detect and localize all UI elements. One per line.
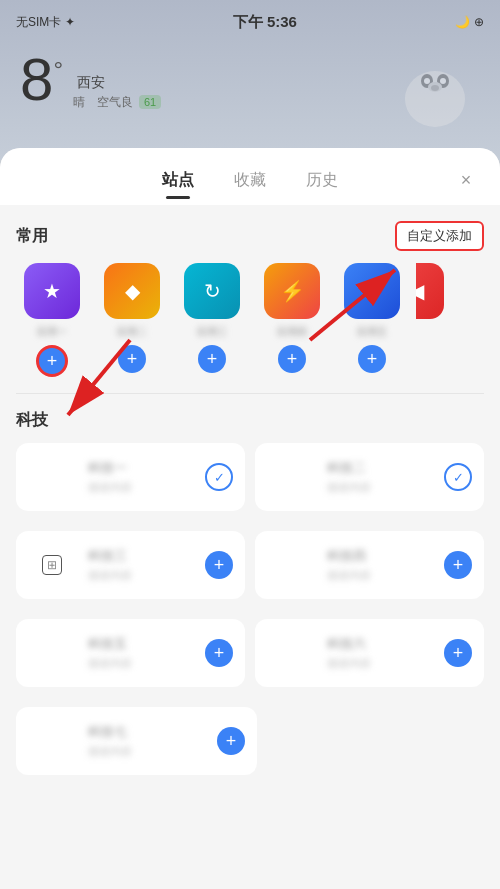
battery-icon: ⊕ bbox=[474, 15, 484, 29]
status-right: 🌙 ⊕ bbox=[455, 15, 484, 29]
tech-title-4: 科技四 bbox=[327, 547, 432, 565]
tech-title-5: 科技五 bbox=[88, 635, 193, 653]
add-button-3[interactable]: + bbox=[198, 345, 226, 373]
tech-sub-6: 描述内容 bbox=[327, 656, 432, 671]
tech-sub-7: 描述内容 bbox=[88, 744, 205, 759]
tech-item-3: ⊞ 科技三 描述内容 + bbox=[16, 531, 245, 599]
tech-item-6: Y 科技六 描述内容 + bbox=[255, 619, 484, 687]
app-item-2: ◆ 应用二 + bbox=[96, 263, 168, 377]
tech-action-6: + bbox=[444, 639, 472, 667]
tech-text-7: 科技七 描述内容 bbox=[88, 723, 205, 759]
check-button-2[interactable]: ✓ bbox=[444, 463, 472, 491]
tech-action-1: ✓ bbox=[205, 463, 233, 491]
tech-icon-3: ⊞ bbox=[28, 541, 76, 589]
app-item-1: ★ 应用一 + bbox=[16, 263, 88, 377]
tech-title-1: 科技一 bbox=[88, 459, 193, 477]
tab-stations[interactable]: 站点 bbox=[142, 166, 214, 195]
tech-icon-1: T bbox=[28, 453, 76, 501]
weather-aqi-label: 空气良 bbox=[97, 94, 133, 111]
tech-title-2: 科技二 bbox=[327, 459, 432, 477]
app-icon-5: ○ bbox=[344, 263, 400, 319]
tech-item-4: 百 科技四 描述内容 + bbox=[255, 531, 484, 599]
tech-action-4: + bbox=[444, 551, 472, 579]
tech-icon-7: 外 bbox=[28, 717, 76, 765]
add-button-2[interactable]: + bbox=[118, 345, 146, 373]
svg-point-6 bbox=[424, 78, 430, 84]
add-button-tech-3[interactable]: + bbox=[205, 551, 233, 579]
app-label-1: 应用一 bbox=[37, 325, 67, 339]
tech-title-6: 科技六 bbox=[327, 635, 432, 653]
tech-item-8-placeholder bbox=[267, 707, 484, 785]
custom-add-button[interactable]: 自定义添加 bbox=[395, 221, 484, 251]
tech-text-5: 科技五 描述内容 bbox=[88, 635, 193, 671]
add-button-tech-6[interactable]: + bbox=[444, 639, 472, 667]
tech-item-7: 外 科技七 描述内容 + bbox=[16, 707, 257, 775]
tech-row-1: T 科技一 描述内容 ✓ ⬡ 科技二 描述内容 ✓ bbox=[16, 443, 484, 521]
tech-item-1: T 科技一 描述内容 ✓ bbox=[16, 443, 245, 511]
common-section-header: 常用 自定义添加 bbox=[16, 221, 484, 251]
add-button-tech-4[interactable]: + bbox=[444, 551, 472, 579]
app-label-4: 应用四 bbox=[277, 325, 307, 339]
tech-row-3: ✦ 科技五 描述内容 + Y 科技六 描述内容 + bbox=[16, 619, 484, 697]
tech-action-7: + bbox=[217, 727, 245, 755]
app-icon-4: ⚡ bbox=[264, 263, 320, 319]
weather-city: 西安 bbox=[77, 74, 161, 92]
tech-section-header: 科技 bbox=[16, 410, 484, 431]
tech-action-3: + bbox=[205, 551, 233, 579]
tab-bar: 站点 收藏 历史 × bbox=[0, 148, 500, 205]
app-icon-3: ↻ bbox=[184, 263, 240, 319]
svg-point-0 bbox=[405, 71, 465, 127]
app-item-5: ○ 应用五 + bbox=[336, 263, 408, 377]
moon-icon: 🌙 bbox=[455, 15, 470, 29]
bottom-sheet: 站点 收藏 历史 × 常用 自定义添加 ★ 应用一 + bbox=[0, 148, 500, 889]
tab-history[interactable]: 历史 bbox=[286, 166, 358, 195]
tech-sub-2: 描述内容 bbox=[327, 480, 432, 495]
close-button[interactable]: × bbox=[452, 166, 480, 194]
tech-item-5: ✦ 科技五 描述内容 + bbox=[16, 619, 245, 687]
weather-aqi-value: 61 bbox=[139, 95, 161, 109]
weather-desc: 晴 bbox=[73, 94, 85, 111]
app-item-6: ◀ bbox=[416, 263, 484, 377]
svg-point-7 bbox=[440, 78, 446, 84]
add-button-4[interactable]: + bbox=[278, 345, 306, 373]
add-button-tech-7[interactable]: + bbox=[217, 727, 245, 755]
tech-sub-1: 描述内容 bbox=[88, 480, 193, 495]
tech-text-2: 科技二 描述内容 bbox=[327, 459, 432, 495]
add-button-1-highlighted[interactable]: + bbox=[36, 345, 68, 377]
tech-section-title: 科技 bbox=[16, 410, 48, 431]
app-item-4: ⚡ 应用四 + bbox=[256, 263, 328, 377]
app-label-2: 应用二 bbox=[117, 325, 147, 339]
tab-favorites[interactable]: 收藏 bbox=[214, 166, 286, 195]
status-left: 无SIM卡 ✦ bbox=[16, 14, 75, 31]
section-divider bbox=[16, 393, 484, 394]
tech-text-4: 科技四 描述内容 bbox=[327, 547, 432, 583]
tech-action-2: ✓ bbox=[444, 463, 472, 491]
app-label-5: 应用五 bbox=[357, 325, 387, 339]
add-button-5[interactable]: + bbox=[358, 345, 386, 373]
tech-title-7: 科技七 bbox=[88, 723, 205, 741]
app-icon-2: ◆ bbox=[104, 263, 160, 319]
common-app-grid: ★ 应用一 + ◆ 应用二 + ↻ 应用三 + bbox=[16, 263, 484, 377]
weather-temp: 8° bbox=[20, 50, 63, 110]
tech-sub-5: 描述内容 bbox=[88, 656, 193, 671]
weather-widget: 8° 西安 晴 空气良 61 bbox=[20, 50, 161, 111]
app-icon-6: ◀ bbox=[416, 263, 444, 319]
check-button-1[interactable]: ✓ bbox=[205, 463, 233, 491]
tech-icon-5: ✦ bbox=[28, 629, 76, 677]
svg-point-9 bbox=[431, 85, 439, 91]
tech-text-3: 科技三 描述内容 bbox=[88, 547, 193, 583]
app-item-3: ↻ 应用三 + bbox=[176, 263, 248, 377]
add-button-tech-5[interactable]: + bbox=[205, 639, 233, 667]
tech-title-3: 科技三 bbox=[88, 547, 193, 565]
tech-sub-3: 描述内容 bbox=[88, 568, 193, 583]
tech-item-2: ⬡ 科技二 描述内容 ✓ bbox=[255, 443, 484, 511]
status-bar: 无SIM卡 ✦ 下午 5:36 🌙 ⊕ bbox=[0, 0, 500, 44]
sheet-content: 常用 自定义添加 ★ 应用一 + ◆ 应用二 + bbox=[0, 205, 500, 882]
tech-icon-2: ⬡ bbox=[267, 453, 315, 501]
status-time: 下午 5:36 bbox=[233, 13, 297, 32]
app-icon-1: ★ bbox=[24, 263, 80, 319]
tech-sub-4: 描述内容 bbox=[327, 568, 432, 583]
tech-text-1: 科技一 描述内容 bbox=[88, 459, 193, 495]
tech-icon-4: 百 bbox=[267, 541, 315, 589]
panda-decoration bbox=[390, 44, 480, 134]
